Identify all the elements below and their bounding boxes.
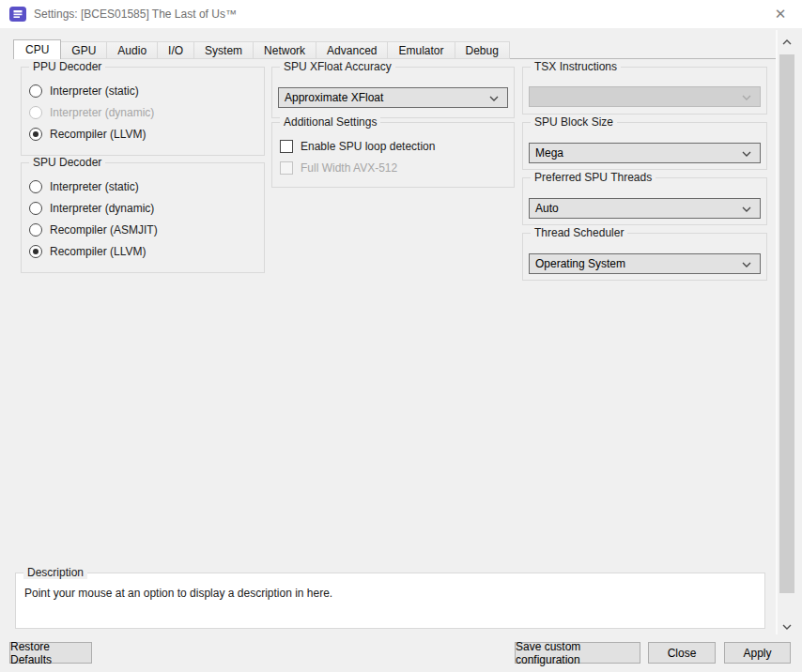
preferred-spu-threads-group-label: Preferred SPU Threads <box>531 171 655 184</box>
close-icon[interactable]: ✕ <box>759 0 802 28</box>
radio-icon[interactable] <box>29 180 42 193</box>
chevron-down-icon <box>742 262 751 267</box>
spu-decoder-group-label: SPU Decoder <box>29 156 105 169</box>
chevron-down-icon <box>489 96 499 101</box>
radio-icon[interactable] <box>29 84 42 98</box>
ppu-decoder-group: PPU Decoder Interpreter (static) Interpr… <box>21 67 265 156</box>
close-button[interactable]: Close <box>648 642 716 664</box>
rpcs3-logo-icon <box>9 7 26 22</box>
spu-block-size-group-label: SPU Block Size <box>531 115 617 129</box>
radio-ppu-interpreter-static[interactable]: Interpreter (static) <box>29 80 264 101</box>
spu-decoder-group: SPU Decoder Interpreter (static) Interpr… <box>21 162 265 273</box>
thread-scheduler-select[interactable]: Operating System <box>529 253 761 274</box>
radio-ppu-recompiler-llvm[interactable]: Recompiler (LLVM) <box>29 123 264 145</box>
tab-io[interactable]: I/O <box>157 41 194 59</box>
radio-spu-interpreter-static[interactable]: Interpreter (static) <box>29 176 264 197</box>
radio-icon[interactable] <box>29 223 42 237</box>
scroll-separator <box>776 30 778 634</box>
radio-icon[interactable] <box>29 245 42 258</box>
radio-spu-interpreter-dynamic[interactable]: Interpreter (dynamic) <box>29 197 264 219</box>
chevron-down-icon <box>742 206 751 212</box>
vertical-scrollbar[interactable] <box>779 34 795 634</box>
checkbox-full-width-avx512: Full Width AVX-512 <box>280 157 514 178</box>
radio-icon <box>29 106 42 119</box>
tab-audio[interactable]: Audio <box>106 41 158 59</box>
tab-cpu[interactable]: CPU <box>13 39 61 59</box>
spu-xfloat-select[interactable]: Approximate XFloat <box>278 87 508 108</box>
checkbox-icon[interactable] <box>280 140 293 153</box>
ppu-decoder-group-label: PPU Decoder <box>29 60 105 73</box>
radio-icon[interactable] <box>29 128 42 141</box>
scrollbar-thumb[interactable] <box>779 54 794 593</box>
apply-button[interactable]: Apply <box>724 642 791 664</box>
tab-gpu[interactable]: GPU <box>60 41 107 59</box>
settings-tabbar: CPU GPU Audio I/O System Network Advance… <box>13 39 510 59</box>
title-bar: Settings: [BCES01585] The Last of Us™ ✕ <box>0 0 802 28</box>
radio-icon[interactable] <box>29 202 42 215</box>
tab-advanced[interactable]: Advanced <box>316 41 388 59</box>
tab-emulator[interactable]: Emulator <box>387 41 455 59</box>
spu-block-size-select[interactable]: Mega <box>529 143 761 163</box>
tsx-instructions-group-label: TSX Instructions <box>531 60 621 73</box>
checkbox-spu-loop-detection[interactable]: Enable SPU loop detection <box>280 135 514 157</box>
spu-xfloat-group-label: SPU XFloat Accuracy <box>280 60 395 73</box>
radio-spu-recompiler-llvm[interactable]: Recompiler (LLVM) <box>29 240 264 262</box>
chevron-down-icon <box>742 151 751 157</box>
restore-defaults-button[interactable]: Restore Defaults <box>9 642 92 664</box>
checkbox-icon <box>280 161 293 175</box>
save-custom-configuration-button[interactable]: Save custom configuration <box>515 642 640 664</box>
additional-settings-group: Additional Settings Enable SPU loop dete… <box>271 122 515 188</box>
preferred-spu-threads-select[interactable]: Auto <box>529 198 761 219</box>
window-title: Settings: [BCES01585] The Last of Us™ <box>34 8 237 21</box>
tab-system[interactable]: System <box>193 41 254 59</box>
description-group-label: Description <box>23 566 87 579</box>
tab-network[interactable]: Network <box>253 41 316 59</box>
additional-settings-group-label: Additional Settings <box>280 115 380 129</box>
description-text: Point your mouse at an option to display… <box>24 587 332 600</box>
scroll-up-icon[interactable] <box>779 34 795 50</box>
radio-ppu-interpreter-dynamic: Interpreter (dynamic) <box>29 101 264 123</box>
thread-scheduler-group-label: Thread Scheduler <box>531 226 627 239</box>
description-group: Description Point your mouse at an optio… <box>15 573 765 629</box>
chevron-down-icon <box>742 95 751 100</box>
tsx-instructions-select <box>529 86 761 107</box>
radio-spu-recompiler-asmjit[interactable]: Recompiler (ASMJIT) <box>29 219 264 240</box>
tab-debug[interactable]: Debug <box>455 41 510 59</box>
scroll-down-icon[interactable] <box>779 619 795 634</box>
